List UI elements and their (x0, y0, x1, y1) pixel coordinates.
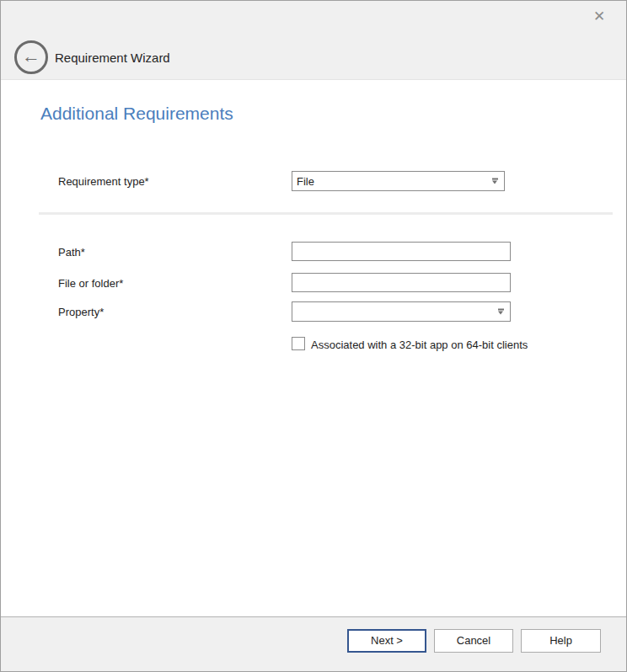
cancel-button[interactable]: Cancel (434, 629, 513, 653)
close-icon[interactable]: ✕ (589, 6, 609, 26)
next-button[interactable]: Next > (347, 629, 426, 653)
wizard-header: ✕ ← Requirement Wizard (1, 1, 626, 80)
requirement-type-label: Requirement type* (58, 175, 149, 188)
path-input[interactable] (292, 242, 511, 261)
path-label: Path* (58, 246, 85, 259)
file-or-folder-input[interactable] (292, 273, 511, 292)
property-dropdown[interactable] (292, 301, 511, 322)
requirement-type-value: File (297, 175, 314, 188)
associated-32bit-checkbox-label[interactable]: Associated with a 32-bit app on 64-bit c… (311, 339, 528, 351)
page-title: Additional Requirements (40, 104, 233, 124)
section-divider (39, 212, 613, 215)
wizard-footer: Next > Cancel Help (1, 616, 626, 671)
requirement-type-dropdown[interactable]: File (292, 171, 505, 191)
back-button[interactable]: ← (14, 40, 48, 74)
chevron-down-icon (498, 309, 504, 315)
window-title: Requirement Wizard (55, 51, 170, 65)
requirement-wizard-dialog: ✕ ← Requirement Wizard Additional Requir… (0, 0, 627, 672)
chevron-down-icon (492, 179, 498, 184)
associated-32bit-checkbox[interactable] (292, 337, 305, 350)
property-label: Property* (58, 306, 104, 318)
back-arrow-icon: ← (22, 47, 40, 66)
file-or-folder-label: File or folder* (58, 277, 123, 290)
help-button[interactable]: Help (521, 629, 601, 653)
